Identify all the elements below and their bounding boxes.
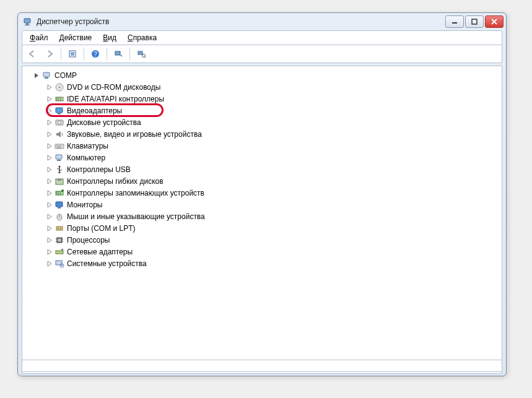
statusbar	[22, 360, 502, 372]
tree-item-label: Системные устройства	[66, 259, 148, 268]
svg-rect-23	[56, 108, 63, 113]
app-icon	[23, 17, 33, 27]
expander-icon[interactable]	[46, 142, 53, 150]
svg-line-14	[145, 57, 146, 58]
tree-item-label: Процессоры	[66, 236, 111, 244]
expander-icon[interactable]	[46, 84, 53, 91]
tree-item-label: Контроллеры USB	[66, 165, 132, 174]
tree-item[interactable]: Процессоры	[26, 234, 498, 246]
tree-item[interactable]: Клавиатуры	[26, 140, 498, 152]
ide-icon	[55, 94, 64, 104]
svg-rect-4	[472, 19, 477, 24]
tree-item-label: Сетевые адаптеры	[66, 248, 134, 256]
svg-point-46	[60, 228, 61, 229]
menu-action[interactable]: Действие	[55, 32, 97, 43]
svg-rect-32	[56, 155, 62, 159]
tree-root[interactable]: COMP	[26, 70, 498, 81]
svg-rect-29	[58, 145, 59, 147]
tree-item-label: Контроллеры запоминающих устройств	[66, 189, 206, 197]
tree-item-label: Мыши и иные указывающие устройства	[66, 212, 206, 221]
expander-icon[interactable]	[46, 107, 53, 115]
svg-point-39	[61, 189, 64, 192]
svg-rect-12	[138, 51, 142, 54]
tree-item[interactable]: Дисковые устройства	[26, 116, 498, 128]
expander-icon[interactable]	[46, 119, 53, 126]
disk-icon	[55, 118, 64, 128]
properties-button[interactable]	[134, 46, 149, 61]
svg-rect-48	[58, 239, 61, 241]
menu-view[interactable]: Вид	[98, 32, 121, 43]
svg-rect-8	[71, 52, 74, 56]
svg-point-34	[59, 165, 61, 167]
help-button[interactable]: ?	[88, 46, 103, 61]
network-icon	[55, 247, 64, 257]
tree-item-label: Компьютер	[66, 154, 107, 162]
port-icon	[55, 223, 64, 233]
menubar: Файл Действие Вид Справка	[22, 30, 502, 45]
floppy-ctl-icon	[55, 176, 64, 186]
expander-icon[interactable]	[46, 260, 53, 267]
tree-item[interactable]: Сетевые адаптеры	[26, 246, 498, 257]
svg-rect-54	[61, 249, 63, 251]
tree-item[interactable]: Порты (COM и LPT)	[26, 222, 498, 234]
tree-item-label: Дисковые устройства	[66, 118, 142, 127]
svg-rect-28	[56, 145, 58, 147]
svg-rect-1	[26, 24, 28, 25]
expander-icon[interactable]	[46, 95, 53, 103]
minimize-button[interactable]	[445, 15, 464, 28]
expander-icon[interactable]	[46, 236, 53, 244]
show-hidden-button[interactable]	[65, 46, 80, 61]
expander-icon[interactable]	[46, 248, 53, 256]
expander-icon[interactable]	[46, 131, 53, 138]
tree-item[interactable]: Компьютер	[26, 152, 498, 163]
tree-item-label: Звуковые, видео и игровые устройства	[66, 130, 203, 139]
tree-item[interactable]: Системные устройства	[26, 257, 498, 269]
svg-rect-33	[57, 160, 61, 161]
svg-rect-37	[58, 179, 61, 181]
menu-file[interactable]: Файл	[25, 32, 53, 43]
svg-rect-11	[115, 51, 120, 55]
expander-icon[interactable]	[46, 166, 53, 173]
tree-item[interactable]: Мониторы	[26, 199, 498, 210]
tree-item[interactable]: Контроллеры USB	[26, 163, 498, 175]
expander-icon[interactable]	[46, 225, 53, 232]
expander-icon[interactable]	[33, 72, 41, 79]
tree-item[interactable]: Контроллеры гибких дисков	[26, 175, 498, 187]
titlebar[interactable]: Диспетчер устройств	[18, 13, 506, 30]
device-tree[interactable]: COMP DVD и CD-ROM дисководыIDE ATA/ATAPI…	[22, 66, 502, 374]
svg-rect-2	[25, 25, 30, 25]
expander-icon[interactable]	[46, 178, 53, 185]
computer-icon	[55, 153, 64, 163]
computer-icon	[42, 71, 52, 80]
disc-icon	[55, 82, 64, 92]
tree-item[interactable]: Звуковые, видео и игровые устройства	[26, 128, 498, 140]
device-manager-window: Диспетчер устройств Файл Действие Вид Сп…	[17, 12, 507, 376]
expander-icon[interactable]	[46, 213, 53, 220]
tree-root-label: COMP	[53, 71, 78, 80]
svg-rect-30	[60, 145, 61, 147]
forward-button[interactable]	[42, 46, 57, 61]
tree-item-label: IDE ATA/ATAPI контроллеры	[66, 95, 165, 103]
window-title: Диспетчер устройств	[37, 17, 109, 26]
tree-item-label: DVD и CD-ROM дисководы	[66, 83, 162, 92]
expander-icon[interactable]	[46, 201, 53, 209]
close-button[interactable]	[485, 15, 504, 28]
maximize-button[interactable]	[465, 15, 484, 28]
back-button[interactable]	[25, 46, 40, 61]
tree-item-label: Контроллеры гибких дисков	[66, 177, 165, 186]
expander-icon[interactable]	[46, 189, 53, 197]
keyboard-icon	[55, 141, 64, 151]
menu-help[interactable]: Справка	[123, 32, 162, 43]
tree-item[interactable]: DVD и CD-ROM дисководы	[26, 81, 498, 93]
svg-rect-16	[45, 77, 48, 79]
tree-item[interactable]: IDE ATA/ATAPI контроллеры	[26, 93, 498, 105]
svg-point-45	[58, 228, 59, 229]
scan-hardware-button[interactable]	[111, 46, 126, 61]
tree-item[interactable]: Контроллеры запоминающих устройств	[26, 187, 498, 199]
expander-icon[interactable]	[46, 154, 53, 162]
svg-rect-35	[59, 172, 61, 173]
toolbar: ?	[22, 45, 502, 63]
mouse-icon	[55, 212, 64, 222]
tree-item[interactable]: Мыши и иные указывающие устройства	[26, 210, 498, 222]
tree-item[interactable]: Видеоадаптеры	[26, 105, 498, 116]
